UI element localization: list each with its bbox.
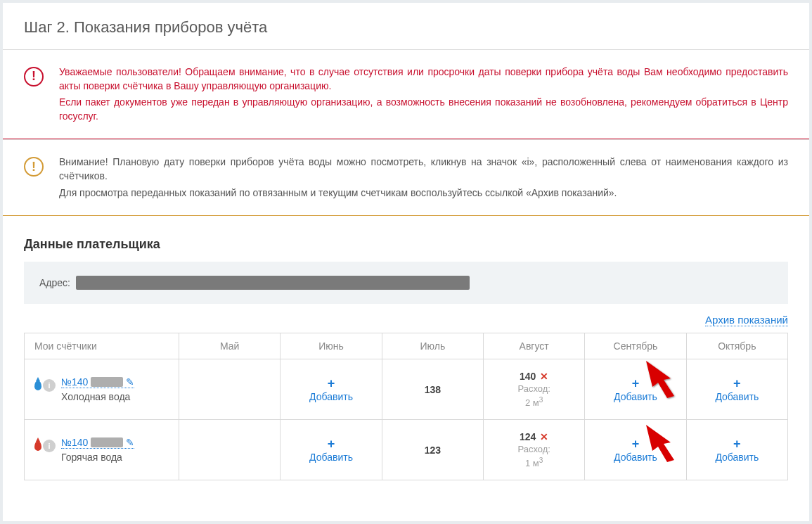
add-label: Добавить bbox=[715, 391, 759, 402]
reading-value: 138 bbox=[425, 384, 441, 395]
alert-text: Для просмотра переданных показаний по от… bbox=[59, 186, 788, 200]
add-reading-button[interactable]: + Добавить bbox=[309, 377, 353, 402]
info-icon[interactable]: i bbox=[43, 440, 56, 452]
cold-water-icon bbox=[34, 381, 41, 390]
archive-link[interactable]: Архив показаний bbox=[705, 314, 788, 326]
address-label: Адрес: bbox=[39, 277, 70, 288]
col-header-may: Май bbox=[179, 333, 281, 359]
meter-type: Горячая вода bbox=[61, 452, 134, 463]
meter-number-redacted bbox=[91, 377, 123, 387]
add-label: Добавить bbox=[614, 452, 657, 463]
add-label: Добавить bbox=[309, 452, 353, 463]
alert-verification: ! Уважаемые пользователи! Обращаем внима… bbox=[3, 49, 809, 139]
address-value-redacted bbox=[76, 276, 470, 290]
meter-number-prefix: №140 bbox=[61, 437, 88, 448]
warning-icon: ! bbox=[24, 157, 44, 177]
meter-number-link[interactable]: №140 ✎ bbox=[61, 437, 134, 449]
edit-icon[interactable]: ✎ bbox=[126, 437, 134, 448]
add-reading-button[interactable]: + Добавить bbox=[614, 437, 657, 463]
col-header-october: Октябрь bbox=[686, 333, 787, 359]
consumption-value: 1 м3 bbox=[525, 456, 543, 470]
plus-icon: + bbox=[632, 377, 640, 390]
plus-icon: + bbox=[328, 377, 335, 390]
add-label: Добавить bbox=[309, 391, 353, 402]
alert-text: Если пакет документов уже передан в упра… bbox=[59, 96, 788, 123]
consumption-value: 2 м3 bbox=[525, 395, 543, 409]
hot-water-icon bbox=[34, 441, 41, 451]
payer-box: Адрес: bbox=[24, 262, 788, 304]
col-header-meters: Мои счётчики bbox=[25, 333, 179, 359]
plus-icon: + bbox=[733, 437, 741, 450]
add-reading-button[interactable]: + Добавить bbox=[614, 377, 657, 402]
add-reading-button[interactable]: + Добавить bbox=[309, 437, 353, 463]
reading-value: 140 bbox=[520, 370, 536, 383]
col-header-july: Июль bbox=[382, 333, 483, 359]
plus-icon: + bbox=[733, 377, 741, 390]
page-title: Шаг 2. Показания приборов учёта bbox=[3, 3, 809, 49]
plus-icon: + bbox=[632, 437, 640, 450]
delete-reading-button[interactable]: ✕ bbox=[540, 430, 548, 444]
meter-number-redacted bbox=[91, 437, 123, 447]
meter-number-link[interactable]: №140 ✎ bbox=[61, 376, 134, 388]
add-reading-button[interactable]: + Добавить bbox=[715, 437, 759, 463]
consumption-label: Расход: bbox=[517, 443, 550, 456]
meter-type: Холодная вода bbox=[61, 391, 134, 402]
warning-icon: ! bbox=[24, 67, 44, 87]
info-icon[interactable]: i bbox=[43, 379, 56, 392]
meter-number-prefix: №140 bbox=[61, 376, 88, 388]
col-header-september: Сентябрь bbox=[585, 333, 686, 359]
edit-icon[interactable]: ✎ bbox=[126, 376, 134, 388]
alert-info: ! Внимание! Плановую дату поверки прибор… bbox=[3, 139, 809, 216]
table-row: i №140 ✎ Холодная вода bbox=[25, 359, 788, 420]
add-label: Добавить bbox=[715, 452, 759, 463]
payer-section-title: Данные плательщика bbox=[3, 216, 809, 262]
cell-may bbox=[179, 359, 281, 420]
cell-may bbox=[179, 420, 281, 480]
reading-value: 123 bbox=[425, 445, 441, 456]
consumption-label: Расход: bbox=[517, 383, 550, 395]
alert-text: Уважаемые пользователи! Обращаем внимани… bbox=[59, 65, 788, 93]
delete-reading-button[interactable]: ✕ bbox=[540, 370, 548, 383]
col-header-august: Август bbox=[483, 333, 584, 359]
plus-icon: + bbox=[328, 437, 335, 450]
reading-value: 124 bbox=[520, 430, 536, 444]
col-header-june: Июнь bbox=[281, 333, 382, 359]
alert-text: Внимание! Плановую дату поверки приборов… bbox=[59, 155, 788, 183]
table-row: i №140 ✎ Горячая вода bbox=[25, 420, 788, 480]
meters-table: Мои счётчики Май Июнь Июль Август Сентяб… bbox=[24, 333, 788, 480]
add-reading-button[interactable]: + Добавить bbox=[715, 377, 759, 402]
add-label: Добавить bbox=[614, 391, 657, 402]
